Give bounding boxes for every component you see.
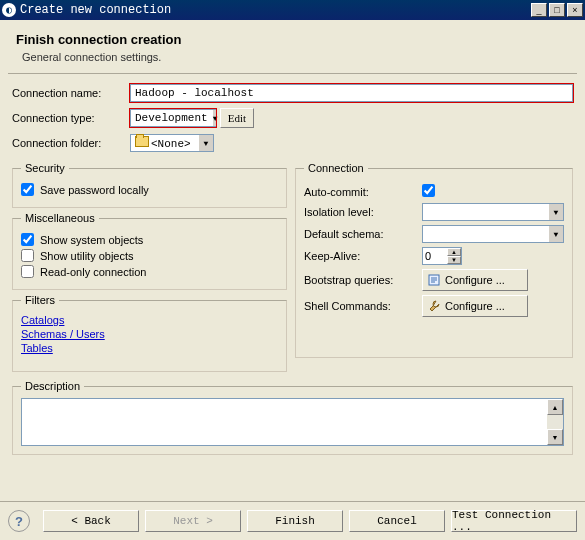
shell-configure-button[interactable]: Configure ... <box>422 295 528 317</box>
shell-label: Shell Commands: <box>304 300 422 312</box>
folder-icon <box>135 136 149 147</box>
wrench-icon <box>427 299 441 313</box>
schema-select[interactable]: ▼ <box>422 225 564 243</box>
show-system-label: Show system objects <box>40 234 143 246</box>
spin-down-icon[interactable]: ▼ <box>447 256 461 264</box>
connection-folder-label: Connection folder: <box>12 137 130 149</box>
wizard-footer: ? < Back Next > Finish Cancel Test Conne… <box>0 501 585 540</box>
test-connection-button[interactable]: Test Connection ... <box>451 510 577 532</box>
filters-legend: Filters <box>21 294 59 306</box>
titlebar: ◐ Create new connection _ □ × <box>0 0 585 20</box>
save-password-label: Save password locally <box>40 184 149 196</box>
spin-up-icon[interactable]: ▲ <box>447 248 461 256</box>
description-textarea[interactable] <box>22 399 547 445</box>
schema-label: Default schema: <box>304 228 422 240</box>
scroll-down-icon[interactable]: ▼ <box>547 429 563 445</box>
page-title: Finish connection creation <box>16 32 569 47</box>
connection-group: Connection Auto-commit: Isolation level:… <box>295 162 573 358</box>
minimize-button[interactable]: _ <box>531 3 547 17</box>
connection-type-select[interactable]: Development ▼ <box>130 109 216 127</box>
chevron-down-icon: ▼ <box>548 204 563 220</box>
misc-legend: Miscellaneous <box>21 212 99 224</box>
back-button[interactable]: < Back <box>43 510 139 532</box>
close-button[interactable]: × <box>567 3 583 17</box>
scroll-up-icon[interactable]: ▲ <box>547 399 563 415</box>
security-group: Security Save password locally <box>12 162 287 208</box>
wizard-header: Finish connection creation General conne… <box>8 28 577 74</box>
bootstrap-configure-button[interactable]: Configure ... <box>422 269 528 291</box>
description-legend: Description <box>21 380 84 392</box>
connection-type-label: Connection type: <box>12 112 130 124</box>
auto-commit-checkbox[interactable] <box>422 184 435 197</box>
keepalive-label: Keep-Alive: <box>304 250 422 262</box>
catalogs-link[interactable]: Catalogs <box>21 314 278 326</box>
app-icon: ◐ <box>2 3 16 17</box>
connection-folder-select[interactable]: <None> ▼ <box>130 134 214 152</box>
connection-name-label: Connection name: <box>12 87 130 99</box>
chevron-down-icon: ▼ <box>198 135 213 151</box>
show-utility-checkbox[interactable] <box>21 249 34 262</box>
keepalive-spinner[interactable]: ▲▼ <box>422 247 462 265</box>
misc-group: Miscellaneous Show system objects Show u… <box>12 212 287 290</box>
finish-button[interactable]: Finish <box>247 510 343 532</box>
connection-legend: Connection <box>304 162 368 174</box>
show-utility-label: Show utility objects <box>40 250 134 262</box>
isolation-label: Isolation level: <box>304 206 422 218</box>
filters-group: Filters Catalogs Schemas / Users Tables <box>12 294 287 372</box>
readonly-checkbox[interactable] <box>21 265 34 278</box>
schemas-link[interactable]: Schemas / Users <box>21 328 278 340</box>
readonly-label: Read-only connection <box>40 266 146 278</box>
description-group: Description ▲ ▼ <box>12 380 573 455</box>
window-title: Create new connection <box>20 3 529 17</box>
maximize-button[interactable]: □ <box>549 3 565 17</box>
isolation-select[interactable]: ▼ <box>422 203 564 221</box>
bootstrap-label: Bootstrap queries: <box>304 274 422 286</box>
auto-commit-label: Auto-commit: <box>304 186 422 198</box>
connection-name-input[interactable] <box>130 84 573 102</box>
help-button[interactable]: ? <box>8 510 30 532</box>
scrollbar[interactable]: ▲ ▼ <box>547 399 563 445</box>
next-button: Next > <box>145 510 241 532</box>
show-system-checkbox[interactable] <box>21 233 34 246</box>
chevron-down-icon: ▼ <box>548 226 563 242</box>
save-password-checkbox[interactable] <box>21 183 34 196</box>
security-legend: Security <box>21 162 69 174</box>
cancel-button[interactable]: Cancel <box>349 510 445 532</box>
chevron-down-icon: ▼ <box>212 110 218 126</box>
page-subtitle: General connection settings. <box>22 51 569 63</box>
tables-link[interactable]: Tables <box>21 342 278 354</box>
script-icon <box>427 273 441 287</box>
edit-button[interactable]: Edit <box>220 108 254 128</box>
